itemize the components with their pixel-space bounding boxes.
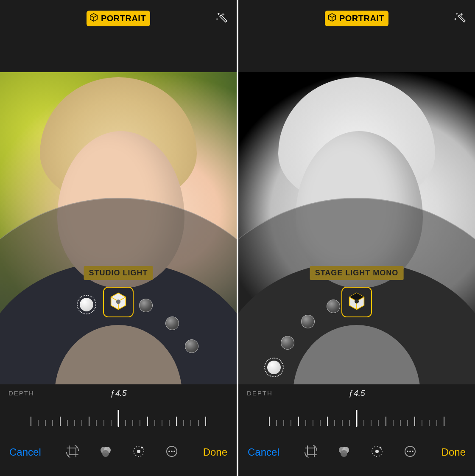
toolbar-center xyxy=(304,445,417,459)
lighting-option-stage[interactable] xyxy=(327,300,340,313)
editor-pane-right: PORTRAIT STAGE LIGHT MONO xyxy=(238,0,475,476)
lighting-option-contour[interactable] xyxy=(139,299,153,312)
lighting-option-stage[interactable] xyxy=(165,316,179,330)
crop-rotate-icon xyxy=(65,444,80,460)
lighting-cube-icon xyxy=(107,290,129,314)
portrait-mode-badge[interactable]: PORTRAIT xyxy=(325,11,388,26)
more-button[interactable] xyxy=(165,445,179,459)
adjust-button[interactable] xyxy=(370,445,384,459)
magic-wand-icon xyxy=(453,18,466,25)
header: PORTRAIT xyxy=(238,0,475,72)
portrait-label: PORTRAIT xyxy=(339,14,384,23)
magic-wand-icon xyxy=(215,18,227,25)
done-button[interactable]: Done xyxy=(203,446,227,458)
toolbar: Cancel Done xyxy=(0,434,237,476)
depth-label: DEPTH xyxy=(247,389,273,397)
lighting-option-natural[interactable] xyxy=(80,298,93,311)
more-ellipsis-icon xyxy=(403,444,417,460)
adjust-dial-icon xyxy=(131,444,146,460)
cube-icon xyxy=(89,13,98,24)
toolbar-center xyxy=(65,445,179,459)
more-ellipsis-icon xyxy=(165,444,179,460)
filters-icon xyxy=(337,444,351,460)
lighting-option-selected[interactable] xyxy=(103,287,134,317)
portrait-mode-badge[interactable]: PORTRAIT xyxy=(87,11,150,26)
lighting-option-stage-mono[interactable] xyxy=(185,339,198,353)
depth-control: DEPTH ƒ4.5 xyxy=(0,384,237,434)
lighting-option-studio[interactable] xyxy=(281,336,294,350)
lighting-option-natural[interactable] xyxy=(267,361,281,374)
lighting-option-contour[interactable] xyxy=(301,315,315,328)
lighting-option-selected[interactable] xyxy=(341,287,372,317)
filters-icon xyxy=(98,444,113,460)
depth-slider-indicator[interactable] xyxy=(356,410,358,427)
more-button[interactable] xyxy=(403,445,417,459)
lighting-cube-icon xyxy=(346,290,368,314)
portrait-label: PORTRAIT xyxy=(101,14,146,23)
cube-icon xyxy=(327,13,337,24)
crop-button[interactable] xyxy=(304,445,318,459)
f-stop-value: ƒ4.5 xyxy=(110,389,127,398)
cancel-button[interactable]: Cancel xyxy=(248,446,279,458)
toolbar: Cancel Done xyxy=(238,434,475,476)
depth-slider-indicator[interactable] xyxy=(118,410,119,427)
header: PORTRAIT xyxy=(0,0,237,72)
done-button[interactable]: Done xyxy=(441,446,466,458)
crop-rotate-icon xyxy=(304,444,318,460)
editor-pane-left: PORTRAIT STUDIO LIGHT xyxy=(0,0,237,476)
depth-control: DEPTH ƒ4.5 xyxy=(238,384,475,434)
filters-button[interactable] xyxy=(98,445,113,459)
adjust-button[interactable] xyxy=(131,445,146,459)
filters-button[interactable] xyxy=(337,445,351,459)
adjust-dial-icon xyxy=(370,444,384,460)
photo-preview[interactable]: STAGE LIGHT MONO xyxy=(238,72,475,384)
cancel-button[interactable]: Cancel xyxy=(9,446,41,458)
photo-preview[interactable]: STUDIO LIGHT xyxy=(0,72,237,384)
auto-enhance-button[interactable] xyxy=(453,11,466,24)
depth-label: DEPTH xyxy=(8,389,34,397)
crop-button[interactable] xyxy=(65,445,80,459)
f-stop-value: ƒ4.5 xyxy=(349,389,365,398)
auto-enhance-button[interactable] xyxy=(215,11,227,24)
